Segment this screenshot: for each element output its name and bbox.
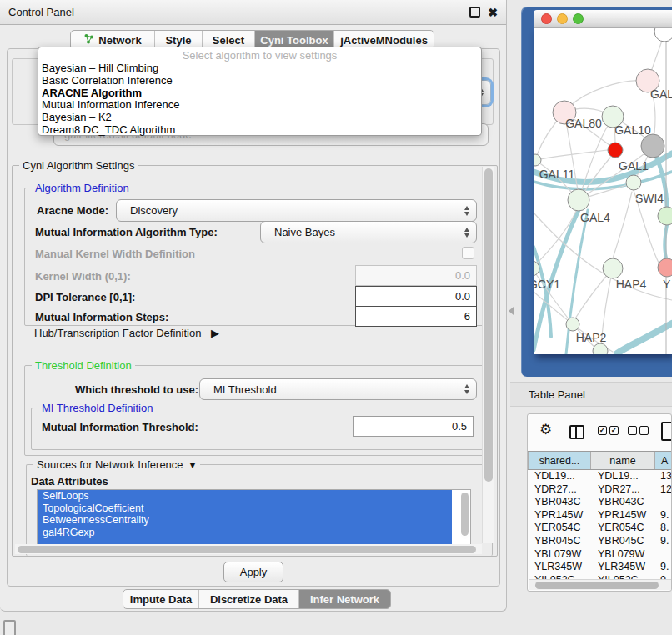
unchecked-checkbox-icon[interactable]	[628, 426, 637, 435]
which-threshold-combobox[interactable]: MI Threshold	[199, 378, 477, 400]
mi-threshold-group: MI Threshold Definition Mutual Informati…	[31, 408, 484, 450]
panel-splitter-handle[interactable]	[509, 307, 514, 315]
checked-checkbox-icon[interactable]: ✓	[598, 426, 607, 435]
hub-definition-expander[interactable]: Hub/Transcription Factor Definition ▶	[34, 327, 219, 339]
network-node-y[interactable]	[658, 258, 672, 277]
dpi-tolerance-value: 0.0	[455, 290, 470, 302]
network-svg: GALGAL80GAL10GAL11GAL1SWI4GAL4GCY1HAP4YH…	[534, 28, 672, 354]
column-header-name[interactable]: name	[591, 452, 655, 469]
gear-icon[interactable]: ⚙	[539, 422, 552, 437]
tab-label: Infer Network	[310, 593, 379, 606]
table-cell: YER054C	[528, 522, 591, 535]
mi-type-value: Naive Bayes	[274, 226, 335, 238]
table-row[interactable]: YER054CYER054C8.	[528, 522, 672, 535]
network-node-swi4[interactable]	[658, 207, 672, 225]
table-row[interactable]: YBL079WYBL079W	[528, 548, 672, 562]
checked-checkbox-icon[interactable]: ✓	[609, 426, 619, 435]
mi-threshold-input[interactable]: 0.5	[353, 416, 474, 437]
manual-kernel-checkbox[interactable]	[462, 247, 474, 259]
document-icon[interactable]	[661, 422, 672, 441]
tab-discretize-data[interactable]: Discretize Data	[198, 590, 298, 608]
float-window-icon[interactable]	[469, 7, 480, 18]
table-row[interactable]: YPR145WYPR145W9.	[528, 509, 672, 522]
apply-button[interactable]: Apply	[223, 562, 283, 582]
network-node-gal1[interactable]	[626, 175, 641, 190]
algorithm-popup-item[interactable]: Mutual Information Inference	[38, 99, 481, 112]
table-cell: YPR145W	[591, 509, 655, 522]
kernel-width-value: 0.0	[455, 269, 470, 282]
column-header-partial[interactable]: A	[655, 452, 672, 469]
data-attribute-item[interactable]: BetweennessCentrality	[38, 514, 452, 527]
network-node[interactable]	[593, 343, 608, 354]
dpi-tolerance-input[interactable]: 0.0	[355, 286, 477, 307]
mi-steps-input[interactable]: 6	[355, 306, 477, 327]
algorithm-popup-item[interactable]: Bayesian – Hill Climbing	[38, 62, 481, 75]
algorithm-popup-item[interactable]: Bayesian – K2	[38, 112, 481, 124]
spinner-arrows-icon	[464, 384, 469, 394]
expander-down-icon[interactable]: ▼	[188, 460, 198, 470]
network-window-titlebar[interactable]	[534, 10, 672, 28]
network-edge[interactable]	[569, 81, 648, 107]
table-cell: YDL19...	[591, 470, 655, 483]
threshold-definition-group: Threshold Definition Which threshold to …	[24, 365, 489, 456]
network-canvas[interactable]: GALGAL80GAL10GAL11GAL1SWI4GAL4GCY1HAP4YH…	[534, 28, 672, 354]
table-row[interactable]: YLR345WYLR345W9.	[528, 561, 672, 574]
spinner-arrows-icon	[464, 228, 469, 238]
manual-kernel-label: Manual Kernel Width Definition	[35, 248, 195, 260]
table-row[interactable]: YDR27...YDR27...12	[528, 483, 672, 497]
tab-label: Select	[213, 34, 244, 47]
data-attribute-item[interactable]: SelfLoops	[38, 490, 452, 502]
network-node-hap4[interactable]	[603, 258, 623, 278]
settings-horizontal-scrollbar[interactable]	[15, 544, 482, 554]
settings-vscroll-thumb[interactable]	[484, 168, 493, 482]
network-edge[interactable]	[613, 192, 632, 258]
tab-infer-network[interactable]: Infer Network	[298, 590, 390, 608]
data-attributes-list[interactable]: SelfLoopsTopologicalCoefficientBetweenne…	[37, 489, 471, 545]
network-node[interactable]	[608, 142, 623, 158]
settings-hscroll-thumb[interactable]	[18, 546, 476, 553]
network-node[interactable]	[654, 28, 672, 42]
table-row[interactable]: YBR043CYBR043C	[528, 496, 672, 509]
network-node-gal11[interactable]	[534, 154, 541, 166]
table-hscroll-thumb[interactable]	[535, 582, 659, 589]
mi-threshold-value: 0.5	[452, 420, 467, 432]
table-cell: YBL079W	[591, 548, 655, 562]
algorithm-popup-item[interactable]: ARACNE Algorithm	[38, 88, 481, 100]
table-rows: YDL19...YDL19...13YDR27...YDR27...12YBR0…	[528, 470, 672, 582]
list-scrollbar[interactable]	[461, 492, 469, 539]
network-node[interactable]	[641, 134, 664, 158]
zoom-traffic-light[interactable]	[573, 13, 584, 24]
node-label: GAL80	[565, 117, 602, 130]
collapsed-panel-icon[interactable]	[3, 620, 16, 635]
network-node-gal4[interactable]	[568, 189, 589, 211]
algorithm-popup-item[interactable]: Basic Correlation Inference	[38, 75, 481, 88]
table-cell: YPR145W	[528, 509, 591, 522]
mi-type-combobox[interactable]: Naive Bayes	[260, 221, 477, 243]
table-horizontal-scrollbar[interactable]	[529, 579, 672, 590]
dpi-tolerance-label: DPI Tolerance [0,1]:	[35, 291, 135, 303]
close-icon[interactable]: ✖	[488, 7, 498, 18]
network-node-hap2[interactable]	[566, 318, 579, 331]
algorithm-popup-item[interactable]: Dream8 DC_TDC Algorithm	[38, 124, 481, 137]
kernel-width-input[interactable]: 0.0	[355, 265, 477, 286]
unchecked-checkbox-icon[interactable]	[639, 426, 649, 435]
tab-label: Network	[98, 34, 141, 47]
table-panel-titlebar: Table Panel	[510, 382, 672, 407]
minimize-traffic-light[interactable]	[557, 13, 568, 24]
column-header-shared-name[interactable]: shared...	[528, 452, 591, 469]
data-attribute-item[interactable]: TopologicalCoefficient	[38, 502, 452, 515]
settings-vertical-scrollbar[interactable]	[482, 167, 494, 543]
table-row[interactable]: YDL19...YDL19...13	[528, 470, 672, 483]
network-edge[interactable]	[617, 323, 672, 353]
close-traffic-light[interactable]	[541, 13, 552, 24]
data-attribute-item[interactable]: gal4RGexp	[38, 527, 452, 539]
table-row[interactable]: YBR045CYBR045C9.	[528, 535, 672, 548]
tab-impute-data[interactable]: Impute Data	[123, 590, 198, 608]
list-scrollbar-thumb[interactable]	[461, 492, 469, 536]
attr-items: SelfLoopsTopologicalCoefficientBetweenne…	[38, 490, 470, 538]
panel-title: Control Panel	[8, 6, 74, 18]
spinner-arrows-icon	[464, 206, 469, 216]
columns-icon[interactable]	[569, 425, 584, 439]
aracne-mode-combobox[interactable]: Discovery	[116, 199, 477, 222]
node-label: HAP2	[576, 331, 607, 344]
